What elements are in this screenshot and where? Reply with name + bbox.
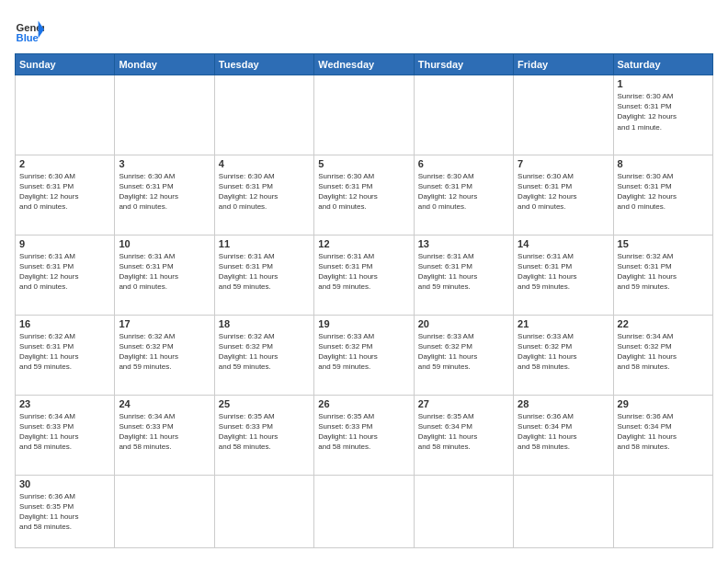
calendar-cell: 3Sunrise: 6:30 AM Sunset: 6:31 PM Daylig…	[115, 155, 214, 235]
calendar-week-row: 2Sunrise: 6:30 AM Sunset: 6:31 PM Daylig…	[16, 155, 713, 235]
logo-icon: General Blue	[15, 15, 44, 44]
day-info: Sunrise: 6:30 AM Sunset: 6:31 PM Dayligh…	[219, 171, 310, 213]
day-info: Sunrise: 6:31 AM Sunset: 6:31 PM Dayligh…	[19, 251, 110, 293]
calendar-cell	[16, 75, 115, 155]
day-number: 14	[518, 238, 609, 249]
day-info: Sunrise: 6:31 AM Sunset: 6:31 PM Dayligh…	[318, 251, 409, 293]
day-info: Sunrise: 6:31 AM Sunset: 6:31 PM Dayligh…	[418, 251, 509, 293]
calendar-cell	[214, 75, 313, 155]
calendar-cell	[514, 475, 613, 547]
calendar-day-header: Thursday	[414, 54, 513, 75]
day-info: Sunrise: 6:32 AM Sunset: 6:31 PM Dayligh…	[618, 251, 709, 293]
day-info: Sunrise: 6:35 AM Sunset: 6:34 PM Dayligh…	[418, 411, 509, 453]
day-info: Sunrise: 6:31 AM Sunset: 6:31 PM Dayligh…	[119, 251, 210, 293]
calendar-header-row: SundayMondayTuesdayWednesdayThursdayFrid…	[16, 54, 713, 75]
calendar-cell: 7Sunrise: 6:30 AM Sunset: 6:31 PM Daylig…	[514, 155, 613, 235]
calendar-cell: 29Sunrise: 6:36 AM Sunset: 6:34 PM Dayli…	[613, 395, 712, 475]
calendar-cell: 27Sunrise: 6:35 AM Sunset: 6:34 PM Dayli…	[414, 395, 513, 475]
calendar-cell: 25Sunrise: 6:35 AM Sunset: 6:33 PM Dayli…	[214, 395, 313, 475]
day-number: 25	[219, 398, 310, 409]
day-number: 12	[318, 238, 409, 249]
calendar-cell	[214, 475, 313, 547]
calendar-cell: 24Sunrise: 6:34 AM Sunset: 6:33 PM Dayli…	[115, 395, 214, 475]
day-info: Sunrise: 6:30 AM Sunset: 6:31 PM Dayligh…	[618, 171, 709, 213]
day-info: Sunrise: 6:33 AM Sunset: 6:32 PM Dayligh…	[418, 331, 509, 373]
day-info: Sunrise: 6:31 AM Sunset: 6:31 PM Dayligh…	[219, 251, 310, 293]
day-number: 19	[318, 318, 409, 329]
day-number: 8	[618, 158, 709, 169]
day-info: Sunrise: 6:36 AM Sunset: 6:34 PM Dayligh…	[518, 411, 609, 453]
day-number: 20	[418, 318, 509, 329]
calendar-cell	[414, 475, 513, 547]
calendar-cell: 12Sunrise: 6:31 AM Sunset: 6:31 PM Dayli…	[314, 235, 414, 315]
day-number: 2	[19, 158, 110, 169]
calendar-cell: 10Sunrise: 6:31 AM Sunset: 6:31 PM Dayli…	[115, 235, 214, 315]
day-info: Sunrise: 6:30 AM Sunset: 6:31 PM Dayligh…	[318, 171, 409, 213]
day-info: Sunrise: 6:35 AM Sunset: 6:33 PM Dayligh…	[318, 411, 409, 453]
calendar-cell: 26Sunrise: 6:35 AM Sunset: 6:33 PM Dayli…	[314, 395, 414, 475]
logo: General Blue	[15, 15, 44, 44]
page: General Blue SundayMondayTuesdayWednesda…	[0, 0, 728, 563]
day-info: Sunrise: 6:30 AM Sunset: 6:31 PM Dayligh…	[418, 171, 509, 213]
day-info: Sunrise: 6:32 AM Sunset: 6:32 PM Dayligh…	[119, 331, 210, 373]
day-info: Sunrise: 6:34 AM Sunset: 6:33 PM Dayligh…	[19, 411, 110, 453]
day-number: 17	[119, 318, 210, 329]
day-info: Sunrise: 6:31 AM Sunset: 6:31 PM Dayligh…	[518, 251, 609, 293]
calendar-cell: 8Sunrise: 6:30 AM Sunset: 6:31 PM Daylig…	[613, 155, 712, 235]
calendar-cell: 17Sunrise: 6:32 AM Sunset: 6:32 PM Dayli…	[115, 315, 214, 395]
day-number: 11	[219, 238, 310, 249]
calendar-cell	[514, 75, 613, 155]
calendar-week-row: 1Sunrise: 6:30 AM Sunset: 6:31 PM Daylig…	[16, 75, 713, 155]
calendar-day-header: Saturday	[613, 54, 712, 75]
calendar-cell: 6Sunrise: 6:30 AM Sunset: 6:31 PM Daylig…	[414, 155, 513, 235]
day-info: Sunrise: 6:36 AM Sunset: 6:34 PM Dayligh…	[618, 411, 709, 453]
calendar-cell: 21Sunrise: 6:33 AM Sunset: 6:32 PM Dayli…	[514, 315, 613, 395]
calendar-cell: 9Sunrise: 6:31 AM Sunset: 6:31 PM Daylig…	[16, 235, 115, 315]
day-number: 7	[518, 158, 609, 169]
calendar-cell: 5Sunrise: 6:30 AM Sunset: 6:31 PM Daylig…	[314, 155, 414, 235]
calendar-week-row: 16Sunrise: 6:32 AM Sunset: 6:31 PM Dayli…	[16, 315, 713, 395]
day-info: Sunrise: 6:30 AM Sunset: 6:31 PM Dayligh…	[518, 171, 609, 213]
day-number: 1	[618, 78, 709, 89]
day-number: 23	[19, 398, 110, 409]
calendar-cell	[314, 475, 414, 547]
calendar-day-header: Wednesday	[314, 54, 414, 75]
day-info: Sunrise: 6:30 AM Sunset: 6:31 PM Dayligh…	[618, 91, 709, 132]
day-number: 28	[518, 398, 609, 409]
day-number: 16	[19, 318, 110, 329]
calendar-cell	[314, 75, 414, 155]
calendar-cell	[414, 75, 513, 155]
calendar-cell: 23Sunrise: 6:34 AM Sunset: 6:33 PM Dayli…	[16, 395, 115, 475]
day-info: Sunrise: 6:33 AM Sunset: 6:32 PM Dayligh…	[318, 331, 409, 373]
day-number: 15	[618, 238, 709, 249]
day-number: 5	[318, 158, 409, 169]
calendar-cell: 13Sunrise: 6:31 AM Sunset: 6:31 PM Dayli…	[414, 235, 513, 315]
day-number: 30	[19, 478, 110, 489]
day-info: Sunrise: 6:36 AM Sunset: 6:35 PM Dayligh…	[19, 491, 110, 533]
day-number: 27	[418, 398, 509, 409]
calendar-cell: 22Sunrise: 6:34 AM Sunset: 6:32 PM Dayli…	[613, 315, 712, 395]
calendar-cell: 16Sunrise: 6:32 AM Sunset: 6:31 PM Dayli…	[16, 315, 115, 395]
day-info: Sunrise: 6:34 AM Sunset: 6:33 PM Dayligh…	[119, 411, 210, 453]
calendar-week-row: 30Sunrise: 6:36 AM Sunset: 6:35 PM Dayli…	[16, 475, 713, 547]
calendar-table: SundayMondayTuesdayWednesdayThursdayFrid…	[15, 53, 713, 548]
day-info: Sunrise: 6:34 AM Sunset: 6:32 PM Dayligh…	[618, 331, 709, 373]
day-number: 26	[318, 398, 409, 409]
calendar-cell: 20Sunrise: 6:33 AM Sunset: 6:32 PM Dayli…	[414, 315, 513, 395]
day-info: Sunrise: 6:32 AM Sunset: 6:32 PM Dayligh…	[219, 331, 310, 373]
day-number: 21	[518, 318, 609, 329]
calendar-cell: 1Sunrise: 6:30 AM Sunset: 6:31 PM Daylig…	[613, 75, 712, 155]
day-number: 29	[618, 398, 709, 409]
day-info: Sunrise: 6:32 AM Sunset: 6:31 PM Dayligh…	[19, 331, 110, 373]
day-number: 10	[119, 238, 210, 249]
calendar-cell: 15Sunrise: 6:32 AM Sunset: 6:31 PM Dayli…	[613, 235, 712, 315]
calendar-cell: 4Sunrise: 6:30 AM Sunset: 6:31 PM Daylig…	[214, 155, 313, 235]
day-info: Sunrise: 6:30 AM Sunset: 6:31 PM Dayligh…	[119, 171, 210, 213]
day-info: Sunrise: 6:30 AM Sunset: 6:31 PM Dayligh…	[19, 171, 110, 213]
calendar-cell	[613, 475, 712, 547]
calendar-cell: 11Sunrise: 6:31 AM Sunset: 6:31 PM Dayli…	[214, 235, 313, 315]
calendar-day-header: Tuesday	[214, 54, 313, 75]
calendar-week-row: 23Sunrise: 6:34 AM Sunset: 6:33 PM Dayli…	[16, 395, 713, 475]
day-number: 18	[219, 318, 310, 329]
day-number: 6	[418, 158, 509, 169]
